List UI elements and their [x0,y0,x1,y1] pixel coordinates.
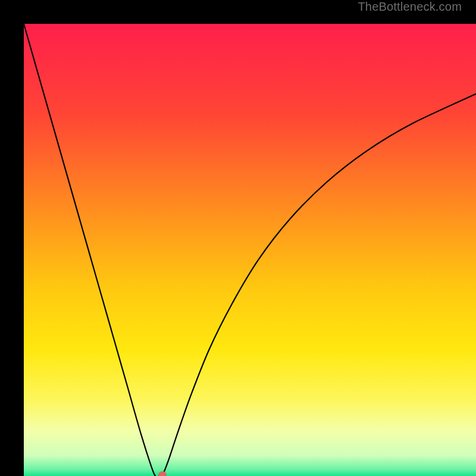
bottleneck-curve [24,24,476,476]
plot-area [24,24,476,476]
chart-frame [12,12,464,464]
watermark-label: TheBottleneck.com [358,0,462,14]
selected-point-marker [158,471,167,476]
